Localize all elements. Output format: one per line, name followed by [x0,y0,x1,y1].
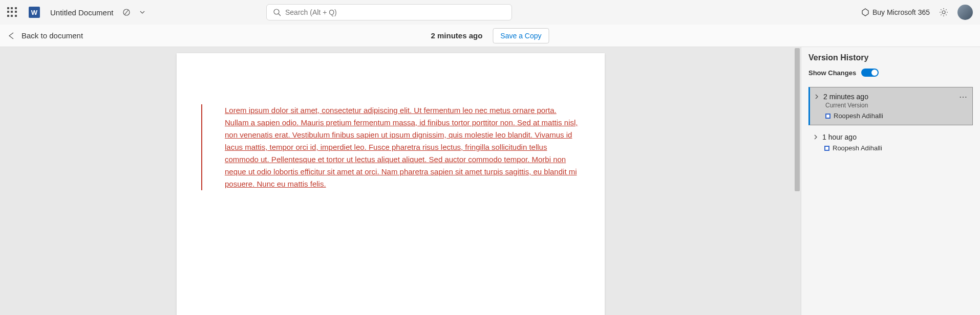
avatar[interactable] [957,5,973,20]
chevron-right-icon[interactable] [814,94,819,99]
author-name: Roopesh Adihalli [834,112,883,120]
svg-line-2 [279,14,281,16]
version-author: Roopesh Adihalli [825,112,967,120]
document-viewport[interactable]: Lorem ipsum dolor sit amet, consectetur … [0,47,801,315]
search-box[interactable] [266,4,512,20]
center-info: 2 minutes ago Save a Copy [431,28,549,43]
search-icon [273,8,281,16]
secondary-bar: Back to document 2 minutes ago Save a Co… [0,25,980,47]
panel-title: Version History [808,53,973,62]
main-area: Lorem ipsum dolor sit amet, consectetur … [0,47,980,315]
app-launcher-icon[interactable] [7,7,17,17]
save-status-icon [122,8,131,16]
gear-icon[interactable] [939,8,948,17]
right-controls: Buy Microsoft 365 [861,5,973,20]
tracked-change-block: Lorem ipsum dolor sit amet, consectetur … [201,104,580,190]
document-page: Lorem ipsum dolor sit amet, consectetur … [177,53,605,315]
author-color-icon [824,146,829,151]
svg-point-3 [942,11,945,14]
premium-icon [861,8,869,16]
save-copy-button[interactable]: Save a Copy [493,28,549,43]
show-changes-toggle[interactable] [861,69,879,77]
top-bar: W Untitled Document Buy Microsoft 365 [0,0,980,25]
back-to-document-link[interactable]: Back to document [7,31,83,40]
version-subtitle: Current Version [825,102,967,109]
word-app-icon: W [29,7,40,18]
version-time: 1 hour ago [822,133,857,141]
version-item[interactable]: 1 hour ago Roopesh Adihalli [808,127,973,158]
svg-point-1 [274,9,279,14]
chevron-down-icon[interactable] [140,10,145,15]
author-color-icon [825,114,830,119]
chevron-right-icon[interactable] [813,134,818,140]
scrollbar-vertical[interactable] [794,47,801,315]
version-author: Roopesh Adihalli [824,144,967,152]
version-timestamp: 2 minutes ago [431,31,482,40]
search-input[interactable] [285,8,505,16]
show-changes-label: Show Changes [808,69,856,77]
scrollbar-thumb[interactable] [795,48,800,191]
show-changes-row: Show Changes [808,69,973,77]
buy-label: Buy Microsoft 365 [872,8,930,16]
buy-microsoft-link[interactable]: Buy Microsoft 365 [861,8,930,16]
back-arrow-icon [7,32,15,40]
back-label: Back to document [22,31,83,40]
document-title[interactable]: Untitled Document [50,8,113,17]
author-name: Roopesh Adihalli [833,144,882,152]
version-header: 2 minutes ago ⋯ [814,93,967,101]
document-body-text[interactable]: Lorem ipsum dolor sit amet, consectetur … [225,104,580,190]
version-item-current[interactable]: 2 minutes ago ⋯ Current Version Roopesh … [808,87,973,125]
more-icon[interactable]: ⋯ [959,92,967,102]
version-header: 1 hour ago [813,133,967,141]
version-history-panel: Version History Show Changes 2 minutes a… [801,47,980,315]
version-time: 2 minutes ago [823,93,868,101]
